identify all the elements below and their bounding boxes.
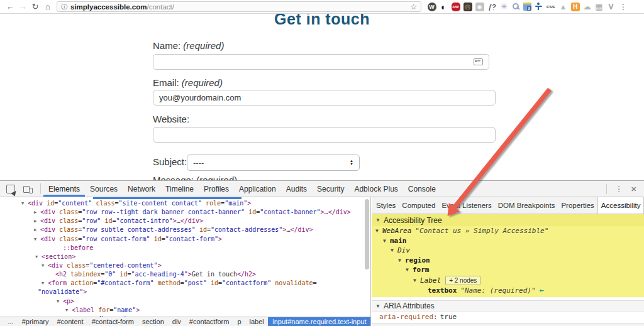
font-question-icon[interactable]: ƒ? [487,1,497,12]
breadcrumb-item[interactable]: #content [53,317,87,326]
reload-button[interactable]: ↻ [29,2,42,11]
adblock-plus-icon[interactable]: ABP [451,1,460,12]
chevron-down-icon[interactable]: ▼ [383,238,390,244]
tab-elements[interactable]: Elements [43,181,85,197]
grid-icon[interactable]: ▦ [594,1,604,12]
accessibility-tree-section-header[interactable]: ▼ Accessibility Tree [372,214,644,226]
sidebar-tab-event-listeners[interactable]: Event Listeners [438,197,494,214]
dom-tree-row[interactable]: ▶<div class="row" id="contact-intro">…</… [0,217,365,225]
contrast-icon[interactable]: ◐ [439,1,448,12]
breadcrumb-item[interactable]: ... [4,317,18,326]
autofill-contact-icon[interactable] [474,58,483,65]
tab-security[interactable]: Security [312,181,349,197]
back-button[interactable]: ← [4,2,16,11]
dom-tree-row[interactable]: ▼<label for="name"> [0,306,365,315]
calendar-3-icon[interactable]: 3 [523,1,531,12]
expand-arrow-open-icon[interactable]: ▼ [42,279,48,288]
accessibility-person-icon[interactable] [534,1,543,12]
dom-tree-row[interactable]: "novalidate"> [0,288,365,296]
dom-tree-row[interactable]: ▼<section> [0,253,365,261]
inspect-element-icon[interactable] [6,185,15,193]
devtools-close-icon[interactable]: × [631,186,636,192]
breadcrumb-item[interactable]: #primary [18,317,53,326]
sidebar-tab-computed[interactable]: Computed [399,197,438,214]
accessibility-tree-node[interactable]: ▼region [372,256,644,266]
home-button[interactable]: ⌂ [42,2,54,11]
scrollbar-thumb[interactable] [365,199,369,269]
dom-tree-row[interactable]: ▼<p> [0,297,365,306]
breadcrumb-item[interactable]: div [168,317,185,326]
devtools-menu-icon[interactable]: ⋮ [615,185,623,193]
dom-tree-row[interactable]: ▶<div class="row row--tight dark banner … [0,208,365,217]
expand-arrow-open-icon[interactable]: ▼ [21,199,28,208]
website-input[interactable] [153,127,496,143]
tab-network[interactable]: Network [123,181,160,197]
dom-tree-row[interactable]: <h2 tabindex="0" id="acc-heading-4">Get … [0,270,365,279]
tab-timeline[interactable]: Timeline [160,181,199,197]
wordpress-icon[interactable]: W [427,1,436,12]
sidebar-tab-accessibility[interactable]: Accessibility [597,197,644,214]
accessibility-tree-node[interactable]: ▼Div [372,246,644,256]
breadcrumb-item[interactable]: p [233,317,245,326]
expand-arrow-closed-icon[interactable]: ▶ [34,208,40,217]
gear-flower-icon[interactable]: ✳ [499,1,509,12]
name-input[interactable] [153,54,489,70]
expand-arrow-closed-icon[interactable]: ▶ [34,225,40,234]
accessibility-tree-node[interactable]: ▼Label+ 2 nodes [372,275,644,286]
sidebar-tab-dom-breakpoints[interactable]: DOM Breakpoints [495,197,558,214]
dom-tree-row[interactable]: ::before [0,244,365,253]
css-icon[interactable]: css [545,1,556,12]
forward-button[interactable]: → [16,2,29,11]
browser-menu-button[interactable]: ⋮ [619,3,627,11]
aria-attributes-section-header[interactable]: ▼ ARIA Attributes [372,300,644,312]
chevron-down-icon[interactable]: ▼ [398,258,405,263]
chevron-down-icon[interactable]: ▼ [391,247,397,253]
cloud-icon[interactable]: ☁ [582,1,592,12]
dom-tree-row[interactable]: ▶<div class="row subtle contact-addresse… [0,225,365,234]
collapsed-section-bar[interactable] [372,323,644,326]
tab-audits[interactable]: Audits [281,181,312,197]
page-info-icon[interactable]: ⓘ [61,3,67,11]
tab-sources[interactable]: Sources [85,181,123,197]
dom-tree-row[interactable]: ▼<form action="#contact-form" method="po… [0,279,365,288]
validator-triangle-icon[interactable]: ▲ [558,1,568,12]
expand-arrow-closed-icon[interactable]: ▶ [34,217,40,225]
expand-arrow-open-icon[interactable]: ▼ [35,253,42,261]
dom-tree-row[interactable]: ▼<div class="row contact-form" id="conta… [0,235,365,244]
camera-icon[interactable]: ◉ [475,1,484,12]
chevron-down-icon[interactable]: ▼ [413,278,420,283]
breadcrumb-item[interactable]: #contact-form [87,317,138,326]
bookmark-star-icon[interactable]: ☆ [410,3,417,11]
tab-profiles[interactable]: Profiles [199,181,234,197]
expand-arrow-open-icon[interactable]: ▼ [65,306,72,315]
breadcrumb-item[interactable]: label [245,317,268,326]
accessibility-tree-node[interactable]: textbox"Name: (required)"← [372,286,644,296]
device-toolbar-icon[interactable] [23,185,33,193]
chevron-down-icon[interactable]: ▼ [375,228,382,234]
expand-arrow-open-icon[interactable]: ▼ [34,235,40,244]
subject-select[interactable]: ---- ▲▼ [187,155,360,171]
expand-arrow-open-icon[interactable]: ▼ [42,261,48,270]
tab-application[interactable]: Application [234,181,281,197]
breadcrumb-item[interactable]: #contactform [185,317,233,326]
breadcrumb-item-selected[interactable]: input#name.required.text-input [268,317,370,326]
accessibility-tree-node[interactable]: ▼WebArea"Contact us » Simply Accessible" [372,226,644,236]
sidebar-tab-styles[interactable]: Styles [373,197,399,214]
screenshot-icon[interactable]: ◎ [463,1,472,12]
dom-tree-row[interactable]: ▼<div class="centered-content"> [0,261,365,270]
expand-arrow-open-icon[interactable]: ▼ [57,297,63,306]
accessibility-tree-node[interactable]: ▼form [372,265,644,275]
accessibility-tree-node[interactable]: ▼main [372,236,644,246]
url-bar[interactable]: ⓘ simplyaccessible.com /contact/ ☆ [57,1,421,12]
tab-adblock-plus[interactable]: Adblock Plus [349,181,402,197]
h-icon[interactable]: H [570,1,580,12]
email-input[interactable] [153,90,496,106]
expand-nodes-badge[interactable]: + 2 nodes [445,276,480,285]
chevron-down-icon[interactable]: ▼ [406,267,413,273]
magnifier-icon[interactable] [511,1,520,12]
v-icon[interactable]: V [606,1,616,12]
sidebar-tab-properties[interactable]: Properties [558,197,597,214]
tab-console[interactable]: Console [403,181,441,197]
breadcrumb-item[interactable]: section [138,317,168,326]
dom-tree-row[interactable]: ▼<div id="content" class="site-content c… [0,199,365,208]
